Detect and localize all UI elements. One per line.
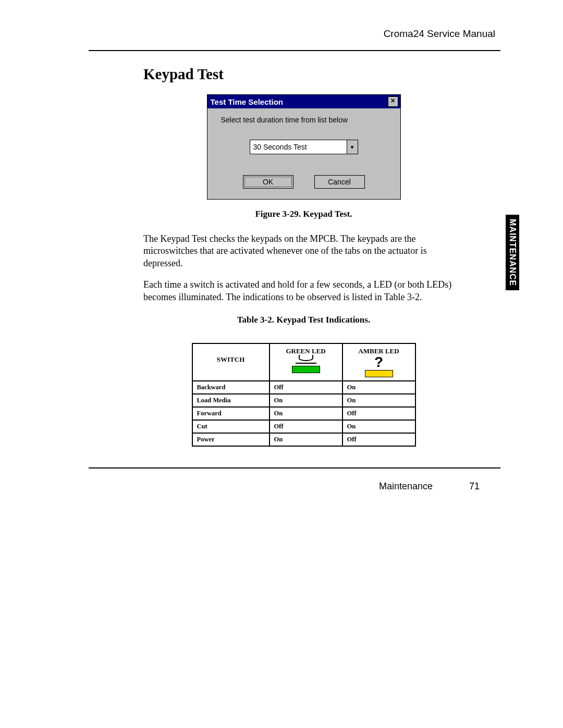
page-heading: Keypad Test: [143, 66, 464, 83]
col-header-green-label: GREEN LED: [286, 347, 325, 355]
cell-switch: Forward: [192, 407, 270, 420]
cell-green: Off: [270, 420, 342, 433]
close-icon[interactable]: ×: [388, 96, 398, 107]
cell-amber: On: [342, 394, 415, 407]
figure-caption: Figure 3-29. Keypad Test.: [143, 209, 464, 219]
cell-green: On: [270, 394, 342, 407]
keypad-table: SWITCH GREEN LED AMBER LED ?: [192, 343, 416, 447]
chevron-down-icon[interactable]: ▼: [347, 140, 358, 154]
col-header-switch-label: SWITCH: [217, 355, 244, 364]
top-rule: [89, 50, 500, 51]
cell-switch: Backward: [192, 381, 270, 394]
col-header-amber: AMBER LED ?: [342, 343, 415, 381]
footer-page-number: 71: [469, 481, 480, 492]
section-tab-maintenance: MAINTENANCE: [506, 215, 519, 290]
table-row: Power On Off: [192, 433, 415, 446]
bottom-rule: [89, 467, 500, 468]
cell-amber: Off: [342, 433, 415, 446]
cell-switch: Load Media: [192, 394, 270, 407]
paragraph-2: Each time a switch is activated and hold…: [143, 279, 464, 303]
green-led-bar-icon: [292, 366, 320, 373]
table-row: Backward Off On: [192, 381, 415, 394]
cancel-button[interactable]: Cancel: [314, 175, 365, 189]
question-mark-icon: ?: [374, 356, 383, 368]
amber-led-bar-icon: [365, 370, 393, 377]
table-row: Cut Off On: [192, 420, 415, 433]
dialog-window: Test Time Selection × Select test durati…: [207, 94, 401, 200]
page-footer: Maintenance 71: [89, 481, 500, 492]
duration-select-value: 30 Seconds Test: [253, 143, 307, 151]
cell-green: On: [270, 433, 342, 446]
col-header-switch: SWITCH: [192, 343, 270, 381]
cell-amber: On: [342, 420, 415, 433]
table-caption: Table 3-2. Keypad Test Indications.: [143, 315, 464, 325]
dialog-titlebar: Test Time Selection ×: [207, 95, 400, 108]
paragraph-1: The Keypad Test checks the keypads on th…: [143, 233, 464, 269]
dialog-title: Test Time Selection: [211, 97, 284, 106]
ok-button[interactable]: OK: [243, 175, 293, 189]
document-title: Croma24 Service Manual: [89, 28, 500, 40]
footer-section: Maintenance: [379, 481, 433, 492]
cell-green: On: [270, 407, 342, 420]
cell-amber: Off: [342, 407, 415, 420]
table-row: Load Media On On: [192, 394, 415, 407]
cell-green: Off: [270, 381, 342, 394]
duration-select[interactable]: 30 Seconds Test ▼: [250, 140, 358, 154]
cell-switch: Power: [192, 433, 270, 446]
dialog-instruction: Select test duration time from list belo…: [217, 116, 391, 124]
col-header-green: GREEN LED: [270, 343, 342, 381]
table-row: Forward On Off: [192, 407, 415, 420]
green-led-icon: [296, 356, 316, 364]
cell-switch: Cut: [192, 420, 270, 433]
cell-amber: On: [342, 381, 415, 394]
